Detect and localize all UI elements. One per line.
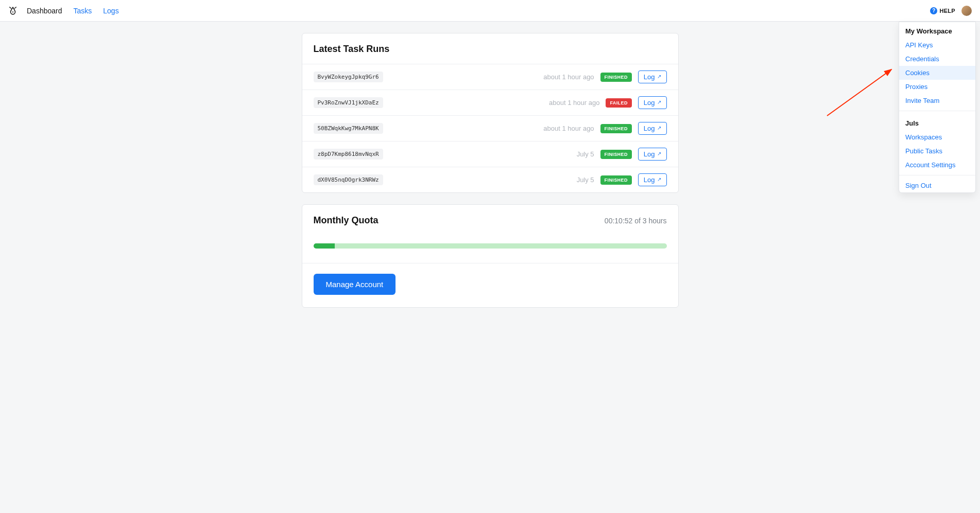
latest-task-runs-title: Latest Task Runs [314, 44, 390, 55]
manage-account-button[interactable]: Manage Account [314, 274, 396, 295]
log-button-label: Log [644, 176, 655, 184]
task-id: dX0V85nqDOgrk3NRWz [314, 174, 383, 185]
avatar[interactable] [961, 6, 972, 16]
latest-task-runs-panel: Latest Task Runs BvyWZokeygJpkq9Gr6about… [302, 33, 679, 193]
help-icon: ? [930, 7, 937, 14]
app-logo [8, 6, 18, 15]
task-row: 50BZWqkKwg7MkAPN8Kabout 1 hour agoFINISH… [302, 115, 678, 141]
task-time: July 5 [577, 176, 594, 184]
log-button[interactable]: Log↗ [638, 148, 667, 161]
task-id: BvyWZokeygJpkq9Gr6 [314, 72, 383, 82]
dropdown-item[interactable]: Account Settings [899, 158, 975, 172]
nav-tasks[interactable]: Tasks [74, 7, 92, 15]
dropdown-item[interactable]: Cookies [899, 66, 975, 80]
dropdown-item[interactable]: Public Tasks [899, 144, 975, 158]
dropdown-item[interactable]: Credentials [899, 52, 975, 66]
quota-progress-fill [314, 243, 335, 249]
dropdown-item[interactable]: Invite Team [899, 94, 975, 108]
topbar: Dashboard Tasks Logs ? HELP My Workspace… [0, 0, 980, 22]
dropdown-item[interactable]: Workspaces [899, 130, 975, 144]
dropdown-section-workspace-title: My Workspace [899, 22, 975, 38]
log-button-label: Log [644, 125, 655, 132]
status-badge-failed: FAILED [606, 98, 631, 108]
log-button[interactable]: Log↗ [638, 122, 667, 135]
task-row: z8pD7Kmp8618mvNqxRJuly 5FINISHEDLog↗ [302, 141, 678, 167]
dropdown-divider [899, 111, 975, 111]
task-row: BvyWZokeygJpkq9Gr6about 1 hour agoFINISH… [302, 64, 678, 90]
external-link-icon: ↗ [657, 176, 661, 182]
external-link-icon: ↗ [657, 99, 661, 105]
task-id: Pv3RoZnwVJ1jkXDaEz [314, 97, 383, 108]
dropdown-section-user-title: Juls [899, 114, 975, 130]
monthly-quota-title: Monthly Quota [314, 215, 379, 226]
external-link-icon: ↗ [657, 151, 661, 156]
task-id: 50BZWqkKwg7MkAPN8K [314, 123, 383, 134]
log-button[interactable]: Log↗ [638, 70, 667, 83]
status-badge-finished: FINISHED [600, 73, 632, 82]
log-button[interactable]: Log↗ [638, 96, 667, 109]
help-label: HELP [939, 8, 955, 14]
task-rows-container: BvyWZokeygJpkq9Gr6about 1 hour agoFINISH… [302, 64, 678, 192]
status-badge-finished: FINISHED [600, 175, 632, 185]
task-id: z8pD7Kmp8618mvNqxR [314, 149, 383, 160]
quota-usage-text: 00:10:52 of 3 hours [605, 217, 667, 225]
user-dropdown: My Workspace API KeysCredentialsCookiesP… [899, 22, 976, 193]
svg-line-2 [14, 7, 16, 8]
status-badge-finished: FINISHED [600, 150, 632, 159]
dropdown-section-user-items: WorkspacesPublic TasksAccount Settings [899, 130, 975, 172]
nav-links: Dashboard Tasks Logs [27, 7, 119, 15]
log-button-label: Log [644, 150, 655, 158]
main-content: Latest Task Runs BvyWZokeygJpkq9Gr6about… [302, 33, 679, 308]
external-link-icon: ↗ [657, 74, 661, 79]
dropdown-section-signout-items: Sign Out [899, 179, 975, 192]
dropdown-item[interactable]: Proxies [899, 80, 975, 94]
log-button[interactable]: Log↗ [638, 173, 667, 186]
monthly-quota-panel: Monthly Quota 00:10:52 of 3 hours Manage… [302, 204, 679, 308]
dropdown-divider [899, 175, 975, 175]
nav-dashboard[interactable]: Dashboard [27, 7, 62, 15]
dropdown-item[interactable]: API Keys [899, 38, 975, 52]
quota-progress-bar [314, 243, 667, 249]
task-time: about 1 hour ago [543, 125, 594, 132]
nav-logs[interactable]: Logs [103, 7, 118, 15]
status-badge-finished: FINISHED [600, 124, 632, 133]
svg-point-0 [12, 11, 13, 12]
task-time: about 1 hour ago [543, 73, 594, 81]
task-time: about 1 hour ago [549, 99, 599, 107]
task-row: dX0V85nqDOgrk3NRWzJuly 5FINISHEDLog↗ [302, 167, 678, 192]
external-link-icon: ↗ [657, 125, 661, 131]
help-button[interactable]: ? HELP [930, 7, 955, 14]
log-button-label: Log [644, 73, 655, 81]
task-time: July 5 [577, 150, 594, 158]
dropdown-section-workspace-items: API KeysCredentialsCookiesProxiesInvite … [899, 38, 975, 108]
svg-line-4 [827, 69, 891, 116]
dropdown-item[interactable]: Sign Out [899, 179, 975, 192]
svg-line-1 [9, 7, 11, 8]
log-button-label: Log [644, 99, 655, 107]
annotation-arrow [824, 67, 897, 118]
task-row: Pv3RoZnwVJ1jkXDaEzabout 1 hour agoFAILED… [302, 90, 678, 115]
topbar-right: ? HELP [930, 6, 972, 16]
